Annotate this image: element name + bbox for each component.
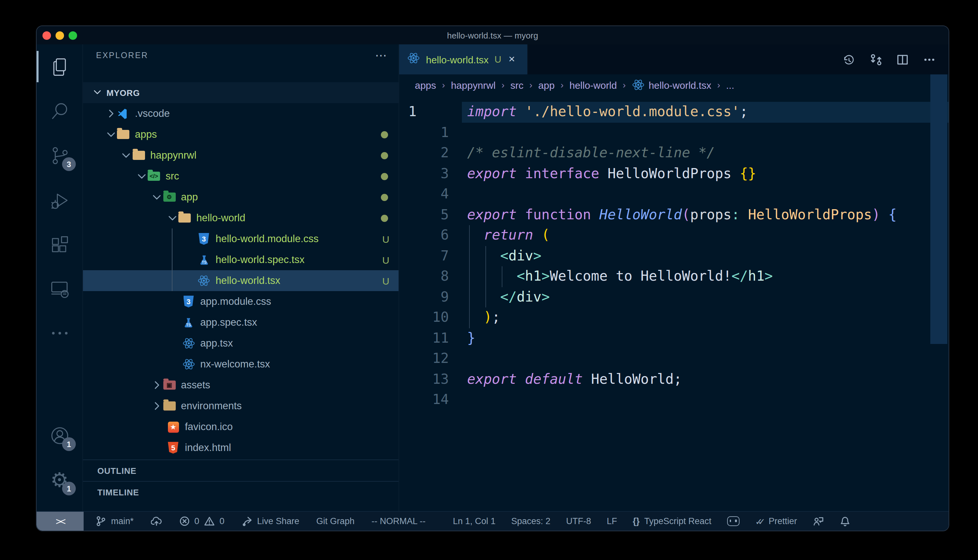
status-left-items: main*00Live ShareGit Graph-- NORMAL -- <box>84 512 426 531</box>
split-editor-icon[interactable] <box>896 53 909 66</box>
breadcrumb-item-happynrwl[interactable]: happynrwl <box>451 79 495 90</box>
breadcrumb-label: apps <box>415 79 436 90</box>
status-notifications[interactable] <box>839 516 851 527</box>
activity-remote-explorer[interactable] <box>37 266 82 311</box>
code-text: <h1>Welcome to HelloWorld!</h1> <box>467 266 773 287</box>
tab-hello-world-tsx[interactable]: hello-world.tsx U × <box>399 44 528 74</box>
workspace-section-myorg[interactable]: MYORG <box>83 82 398 103</box>
breadcrumb-label: happynrwl <box>451 79 495 90</box>
breadcrumb-item--[interactable]: ... <box>726 79 734 90</box>
tree-item-src[interactable]: </>src <box>83 166 398 187</box>
tree-item-hello-world-spec-tsx[interactable]: TShello-world.spec.tsxU <box>83 249 398 270</box>
tree-item-hello-world-tsx[interactable]: hello-world.tsxU <box>83 270 398 291</box>
indent-guide <box>172 228 172 291</box>
editor-scrollbar[interactable] <box>930 74 947 344</box>
code-line: 1 import './hello-world.module.css'; <box>399 102 949 122</box>
status-eol[interactable]: LF <box>607 516 617 526</box>
react-icon <box>182 358 195 371</box>
tree-item-app-module-css[interactable]: 3app.module.css <box>83 291 398 312</box>
status-problems[interactable]: 00 <box>179 516 224 527</box>
status-git-graph[interactable]: Git Graph <box>316 516 354 526</box>
code-token <box>467 268 517 284</box>
status-cursor-position[interactable]: Ln 1, Col 1 <box>453 516 495 526</box>
tree-item-index-html[interactable]: 5index.html <box>83 437 398 458</box>
html5-icon: 5 <box>167 441 180 454</box>
css3-icon: 3 <box>199 233 209 245</box>
panel-outline[interactable]: OUTLINE <box>83 460 398 481</box>
code-token: > <box>542 289 550 305</box>
status-language-mode[interactable]: {}TypeScript React <box>633 516 711 526</box>
tree-item-assets[interactable]: ▣assets <box>83 375 398 395</box>
code-token: : <box>731 207 739 222</box>
activity-settings[interactable]: ⚙ 1 <box>37 458 82 502</box>
code-token: ( <box>682 207 690 222</box>
tree-item-hello-world-module-css[interactable]: 3hello-world.module.cssU <box>83 228 398 249</box>
compare-changes-icon[interactable] <box>869 53 882 66</box>
code-token: div <box>517 289 542 305</box>
close-window-button[interactable] <box>42 31 51 40</box>
activity-source-control[interactable]: 3 <box>37 133 82 178</box>
code-token <box>517 207 525 222</box>
css3-icon: 3 <box>182 295 195 308</box>
titlebar[interactable]: hello-world.tsx — myorg <box>37 26 949 44</box>
activity-more[interactable] <box>37 311 82 355</box>
minimize-window-button[interactable] <box>55 31 64 40</box>
history-icon[interactable] <box>843 53 855 66</box>
tree-item-app-spec-tsx[interactable]: TSapp.spec.tsx <box>83 312 398 333</box>
status-vim-mode[interactable]: -- NORMAL -- <box>371 516 426 526</box>
status-branch[interactable]: main* <box>95 516 134 527</box>
explorer-more-actions-icon[interactable]: ⋯ <box>375 48 388 63</box>
breadcrumb-item-hello-world-tsx[interactable]: hello-world.tsx <box>632 78 711 92</box>
code-editor[interactable]: 1 import './hello-world.module.css'; 1 2… <box>399 95 949 511</box>
line-number: 1 <box>399 122 467 143</box>
status-publish[interactable] <box>150 516 162 527</box>
panel-timeline[interactable]: TIMELINE <box>83 481 398 503</box>
activity-search[interactable] <box>37 89 82 133</box>
tree-item-label: hello-world.tsx <box>216 275 280 287</box>
breadcrumb-item-hello-world[interactable]: hello-world <box>569 79 617 90</box>
bell-icon <box>839 516 851 527</box>
zoom-window-button[interactable] <box>69 31 77 40</box>
breadcrumb-separator: › <box>502 80 504 90</box>
code-token <box>880 207 888 222</box>
chevron-right-icon <box>105 108 117 120</box>
breadcrumb-item-src[interactable]: src <box>511 79 523 90</box>
close-tab-icon[interactable]: × <box>508 53 515 66</box>
explorer-sidebar: EXPLORER ⋯ MYORG .vscode apps happynrwl … <box>83 44 399 511</box>
status-indentation[interactable]: Spaces: 2 <box>511 516 550 526</box>
status-label: main* <box>111 516 134 526</box>
more-actions-icon[interactable] <box>923 53 936 66</box>
tree-item-label: assets <box>181 379 211 391</box>
remote-indicator[interactable]: >< <box>37 512 84 531</box>
tree-item-app-tsx[interactable]: app.tsx <box>83 333 398 354</box>
tree-item-nx-welcome-tsx[interactable]: nx-welcome.tsx <box>83 354 398 375</box>
tree-item-apps[interactable]: apps <box>83 124 398 145</box>
editor-actions <box>843 44 949 74</box>
tree-item-label: .vscode <box>135 108 170 120</box>
react-icon <box>182 337 195 350</box>
code-token: ) <box>484 309 492 325</box>
activity-extensions[interactable] <box>37 222 82 266</box>
status-feedback[interactable] <box>813 516 824 527</box>
tree-item-favicon-ico[interactable]: ★favicon.ico <box>83 417 398 437</box>
chevron-down-icon <box>166 212 178 224</box>
status-prettier[interactable]: ✓✓Prettier <box>755 516 797 527</box>
chevron-down-icon <box>92 87 102 99</box>
breadcrumb-item-apps[interactable]: apps <box>415 79 436 90</box>
status-live-share[interactable]: Live Share <box>241 516 299 527</box>
activity-accounts[interactable]: 1 <box>37 413 82 458</box>
status-encoding[interactable]: UTF-8 <box>566 516 591 526</box>
status-copilot[interactable] <box>727 516 739 526</box>
tree-item-hello-world[interactable]: hello-world <box>83 208 398 228</box>
tree-item-happynrwl[interactable]: happynrwl <box>83 145 398 166</box>
tree-item-app[interactable]: ⚙app <box>83 187 398 208</box>
code-line: 11 } <box>399 328 949 348</box>
breadcrumb-item-app[interactable]: app <box>538 79 555 90</box>
line-number: 14 <box>399 390 467 410</box>
code-token: export <box>467 207 517 222</box>
activity-explorer[interactable] <box>37 44 82 89</box>
activity-run-debug[interactable] <box>37 178 82 222</box>
tree-item--vscode[interactable]: .vscode <box>83 103 398 124</box>
tree-item-environments[interactable]: environments <box>83 395 398 417</box>
status-label: LF <box>607 516 617 526</box>
